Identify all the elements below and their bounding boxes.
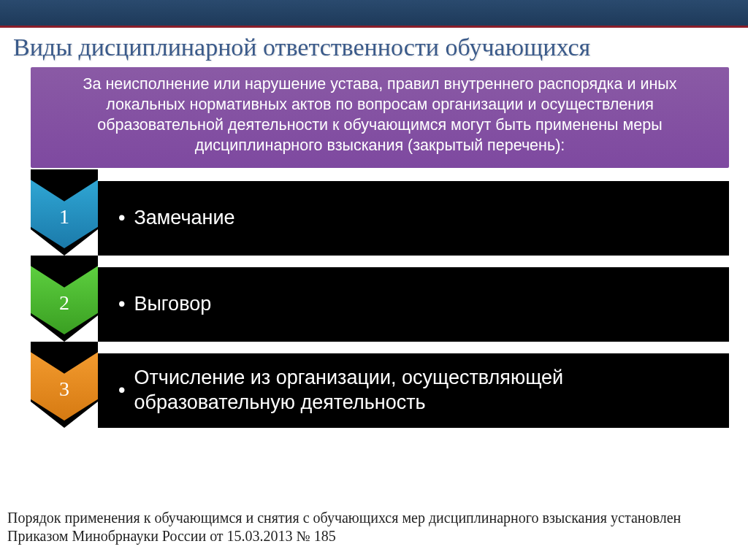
- list-item: 3 • Отчисление из организации, осуществл…: [31, 342, 729, 428]
- bullet-icon: •: [118, 292, 125, 317]
- bullet-icon: •: [118, 378, 125, 403]
- bullet-icon: •: [118, 206, 125, 231]
- list-item: 1 • Замечание: [31, 169, 729, 256]
- chevron-marker-2: 2: [31, 256, 98, 342]
- item-body: • Замечание: [98, 181, 729, 256]
- list-item: 2 • Выговор: [31, 256, 729, 342]
- item-number: 2: [59, 291, 69, 315]
- item-body: • Выговор: [98, 267, 729, 342]
- item-number: 3: [59, 377, 69, 401]
- item-number: 1: [59, 205, 69, 229]
- item-text: Отчисление из организации, осуществляюще…: [134, 366, 714, 415]
- intro-box: За неисполнение или нарушение устава, пр…: [31, 67, 729, 168]
- item-text: Выговор: [134, 292, 211, 317]
- item-text: Замечание: [134, 206, 234, 231]
- measures-list: 1 • Замечание 2 • Выговор: [31, 169, 729, 428]
- slide-title: Виды дисциплинарной ответственности обуч…: [0, 28, 748, 64]
- item-body: • Отчисление из организации, осуществляю…: [98, 353, 729, 428]
- chevron-marker-3: 3: [31, 342, 98, 428]
- footer-note: Порядок применения к обучающимся и сняти…: [7, 509, 741, 545]
- top-bar: [0, 0, 748, 28]
- chevron-marker-1: 1: [31, 169, 98, 256]
